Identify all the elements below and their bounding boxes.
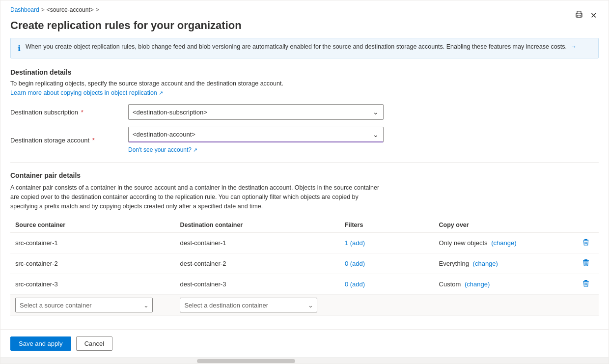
container-description: A container pair consists of a container… bbox=[10, 183, 384, 211]
source-container-select[interactable]: Select a source container bbox=[15, 298, 153, 312]
subscription-control: <destination-subscription> bbox=[128, 104, 384, 120]
svg-rect-9 bbox=[584, 259, 587, 260]
page-title: Create replication rules for your organi… bbox=[0, 17, 609, 38]
subscription-row: Destination subscription * <destination-… bbox=[10, 104, 599, 120]
storage-account-label: Destination storage account * bbox=[10, 137, 128, 144]
dest-select-wrap: Select a destination container bbox=[180, 298, 317, 312]
dest-container-cell: dest-container-2 bbox=[175, 253, 339, 274]
filter-add-link[interactable]: (add) bbox=[350, 260, 365, 267]
svg-rect-4 bbox=[584, 239, 587, 240]
save-apply-button[interactable]: Save and apply bbox=[10, 336, 71, 351]
source-container-cell: src-container-1 bbox=[10, 233, 175, 253]
storage-account-select-wrap: <destination-account> bbox=[128, 127, 384, 142]
storage-account-row: Destination storage account * <destinati… bbox=[10, 127, 599, 153]
destination-section-title: Destination details bbox=[10, 68, 599, 76]
dest-container-cell: dest-container-3 bbox=[175, 274, 339, 295]
svg-rect-2 bbox=[577, 15, 581, 17]
filter-link[interactable]: 0 (add) bbox=[345, 260, 365, 267]
footer-bar: Save and apply Cancel bbox=[0, 329, 609, 358]
print-button[interactable] bbox=[573, 8, 585, 23]
copy-over-value: Custom bbox=[439, 280, 461, 288]
breadcrumb-sep-2: > bbox=[96, 6, 99, 13]
scrollbar-thumb bbox=[197, 359, 295, 363]
info-banner: ℹ When you create object replication rul… bbox=[10, 38, 599, 58]
col-source-header: Source container bbox=[10, 219, 175, 233]
copy-over-value: Only new objects bbox=[439, 239, 488, 247]
table-row: src-container-3 dest-container-3 0 (add)… bbox=[10, 274, 599, 295]
svg-point-3 bbox=[581, 14, 582, 15]
table-row: src-container-2 dest-container-2 0 (add)… bbox=[10, 253, 599, 274]
destination-description: To begin replicating objects, specify th… bbox=[10, 80, 599, 87]
delete-row-button[interactable] bbox=[580, 258, 592, 269]
close-button[interactable]: ✕ bbox=[588, 10, 599, 22]
breadcrumb: Dashboard > <source-account> > bbox=[10, 6, 99, 13]
breadcrumb-sep-1: > bbox=[41, 6, 45, 13]
filter-cell: 0 (add) bbox=[340, 274, 434, 295]
source-container-cell: src-container-3 bbox=[10, 274, 175, 295]
copy-over-cell: Only new objects (change) bbox=[434, 233, 576, 253]
table-row: src-container-1 dest-container-1 1 (add)… bbox=[10, 233, 599, 253]
col-destination-header: Destination container bbox=[175, 219, 339, 233]
info-icon: ℹ bbox=[18, 44, 21, 53]
info-arrow-link[interactable]: → bbox=[571, 43, 577, 50]
col-filters-header: Filters bbox=[340, 219, 434, 233]
subscription-select[interactable]: <destination-subscription> bbox=[128, 104, 384, 120]
main-panel: Dashboard > <source-account> > ✕ Create … bbox=[0, 0, 609, 364]
copy-over-cell: Everything (change) bbox=[434, 253, 576, 274]
breadcrumb-source: <source-account> bbox=[47, 6, 94, 13]
subscription-required: * bbox=[81, 109, 83, 116]
filter-link[interactable]: 0 (add) bbox=[345, 280, 365, 288]
destination-details-section: Destination details To begin replicating… bbox=[10, 68, 599, 153]
header-bar: Dashboard > <source-account> > ✕ bbox=[0, 0, 609, 17]
copy-over-cell: Custom (change) bbox=[434, 274, 576, 295]
header-controls: ✕ bbox=[573, 8, 599, 23]
add-copy-cell bbox=[434, 295, 576, 316]
container-section-title: Container pair details bbox=[10, 171, 599, 179]
source-container-cell: src-container-2 bbox=[10, 253, 175, 274]
action-cell bbox=[575, 253, 599, 274]
external-link-icon: ↗ bbox=[159, 90, 163, 96]
dest-container-select[interactable]: Select a destination container bbox=[180, 298, 317, 312]
add-filter-cell bbox=[340, 295, 434, 316]
filter-add-link[interactable]: (add) bbox=[350, 280, 365, 288]
breadcrumb-dashboard[interactable]: Dashboard bbox=[10, 6, 39, 13]
info-text: When you create object replication rules… bbox=[26, 43, 577, 50]
source-select-cell: Select a source container bbox=[10, 295, 175, 316]
content-area: ℹ When you create object replication rul… bbox=[0, 38, 609, 329]
change-link[interactable]: (change) bbox=[465, 280, 490, 288]
container-pairs-section: Container pair details A container pair … bbox=[10, 171, 599, 316]
section-divider bbox=[10, 162, 599, 163]
dont-see-link[interactable]: Don't see your account? ↗ bbox=[128, 146, 197, 153]
add-action-cell bbox=[575, 295, 599, 316]
action-cell bbox=[575, 233, 599, 253]
action-cell bbox=[575, 274, 599, 295]
horizontal-scrollbar[interactable] bbox=[0, 358, 609, 364]
table-header-row: Source container Destination container F… bbox=[10, 219, 599, 233]
subscription-select-wrap: <destination-subscription> bbox=[128, 104, 384, 120]
dest-select-cell: Select a destination container bbox=[175, 295, 339, 316]
add-container-row: Select a source container Select a desti… bbox=[10, 295, 599, 316]
col-action-header bbox=[575, 219, 599, 233]
filter-cell: 1 (add) bbox=[340, 233, 434, 253]
cancel-button[interactable]: Cancel bbox=[76, 336, 112, 351]
storage-account-control: <destination-account> Don't see your acc… bbox=[128, 127, 384, 153]
source-select-wrap: Select a source container bbox=[15, 298, 153, 312]
learn-more-link[interactable]: Learn more about copying objects in obje… bbox=[10, 89, 163, 96]
delete-row-button[interactable] bbox=[580, 279, 592, 290]
copy-over-value: Everything bbox=[439, 260, 469, 267]
dest-container-cell: dest-container-1 bbox=[175, 233, 339, 253]
svg-rect-1 bbox=[577, 11, 581, 14]
change-link[interactable]: (change) bbox=[491, 239, 516, 247]
filter-link[interactable]: 1 (add) bbox=[345, 239, 365, 247]
storage-account-select[interactable]: <destination-account> bbox=[128, 127, 384, 142]
change-link[interactable]: (change) bbox=[473, 260, 498, 267]
subscription-label: Destination subscription * bbox=[10, 109, 128, 116]
container-pairs-table: Source container Destination container F… bbox=[10, 219, 599, 316]
delete-row-button[interactable] bbox=[580, 237, 592, 249]
filter-add-link[interactable]: (add) bbox=[350, 239, 365, 247]
svg-rect-5 bbox=[583, 240, 589, 240]
dont-see-external-icon: ↗ bbox=[193, 147, 197, 153]
svg-rect-10 bbox=[583, 260, 589, 261]
storage-account-required: * bbox=[92, 137, 95, 144]
filter-cell: 0 (add) bbox=[340, 253, 434, 274]
